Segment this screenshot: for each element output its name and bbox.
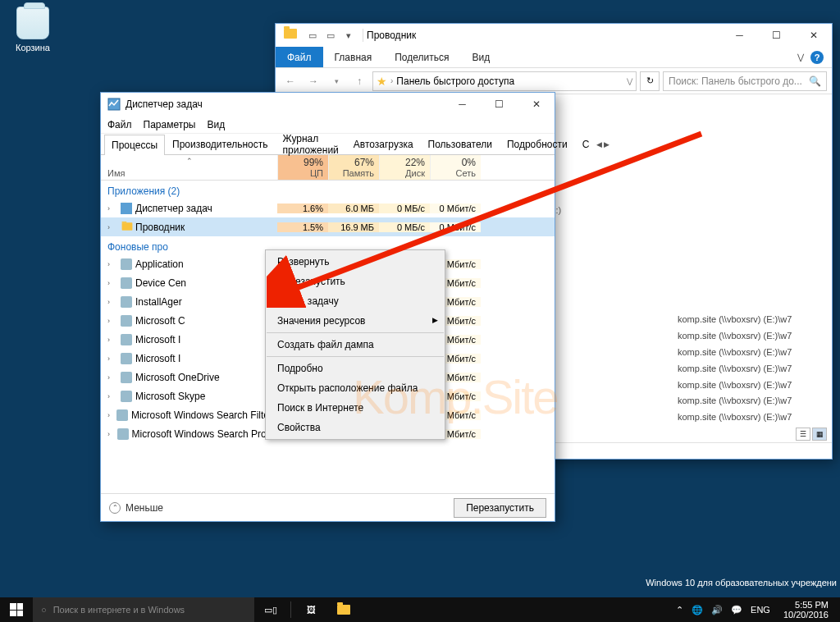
recent-item[interactable]: komp.site (\\vboxsrv) (E:)\w7 <box>678 393 792 409</box>
maximize-button[interactable]: ☐ <box>481 93 518 116</box>
col-name[interactable]: ⌃ Имя <box>101 155 277 180</box>
explorer-search[interactable]: Поиск: Панель быстрого до... 🔍 <box>663 71 827 91</box>
help-icon[interactable]: ? <box>810 51 824 64</box>
tab-users[interactable]: Пользователи <box>421 134 500 154</box>
ctx-create-dump[interactable]: Создать файл дампа <box>266 335 445 354</box>
ctx-restart[interactable]: Перезапустить <box>266 272 445 291</box>
qat-dropdown-icon[interactable]: ▾ <box>341 28 356 43</box>
expand-icon[interactable]: › <box>107 336 117 344</box>
process-icon <box>121 353 132 364</box>
tab-startup[interactable]: Автозагрузка <box>346 134 421 154</box>
minimize-button[interactable]: ─ <box>444 93 481 116</box>
view-tab[interactable]: Вид <box>460 47 501 67</box>
tab-scroll-left[interactable]: ◀ <box>596 140 602 149</box>
ctx-open-location[interactable]: Открыть расположение файла <box>266 378 445 398</box>
recent-dropdown[interactable]: ▾ <box>326 71 346 91</box>
clock[interactable]: 5:55 PM 10/20/2016 <box>778 600 833 620</box>
col-cpu[interactable]: 99% ЦП <box>277 155 328 180</box>
expand-icon[interactable]: › <box>107 317 117 325</box>
explorer-icon <box>284 29 297 42</box>
forward-button[interactable]: → <box>304 71 323 91</box>
recent-item[interactable]: komp.site (\\vboxsrv) (E:)\w7 <box>678 328 792 345</box>
tab-scroll-right[interactable]: ▶ <box>604 140 609 149</box>
expand-icon[interactable]: › <box>107 223 117 231</box>
recycle-bin[interactable]: Корзина <box>8 7 57 53</box>
network-icon[interactable]: 🌐 <box>692 605 703 615</box>
task-view-button[interactable]: ▭▯ <box>254 597 287 622</box>
expand-ribbon-icon[interactable]: ⋁ <box>797 53 804 62</box>
language-indicator[interactable]: ENG <box>751 605 770 615</box>
process-row[interactable]: ›Проводник 1.5% 16.9 МБ 0 МБ/с 0 Мбит/с <box>101 217 555 236</box>
expand-icon[interactable]: › <box>107 373 117 382</box>
tray-overflow-icon[interactable]: ⌃ <box>676 605 683 615</box>
expand-icon[interactable]: › <box>107 430 114 438</box>
volume-icon[interactable]: 🔊 <box>711 605 723 615</box>
breadcrumb[interactable]: ★ › Панель быстрого доступа ⋁ <box>372 71 637 91</box>
process-row[interactable]: ›Диспетчер задач 1.6% 6.0 МБ 0 МБ/с 0 Мб… <box>101 199 555 217</box>
col-memory[interactable]: 67% Память <box>328 155 379 180</box>
menu-view[interactable]: Вид <box>207 119 225 130</box>
ctx-properties[interactable]: Свойства <box>266 418 445 437</box>
process-icon <box>116 409 128 421</box>
tab-details[interactable]: Подробности <box>500 134 575 154</box>
breadcrumb-dropdown-icon[interactable]: ⋁ <box>627 77 632 85</box>
search-icon: 🔍 <box>809 75 821 87</box>
expand-icon[interactable]: › <box>107 260 117 268</box>
tab-performance[interactable]: Производительность <box>165 134 275 154</box>
taskbar-app[interactable]: 🖼 <box>294 597 327 622</box>
taskmgr-title: Диспетчер задач <box>126 98 203 110</box>
qat-new-folder-icon[interactable]: ▭ <box>323 28 338 43</box>
col-disk[interactable]: 22% Диск <box>379 155 430 180</box>
up-button[interactable]: ↑ <box>349 71 369 91</box>
icons-view-button[interactable]: ▦ <box>812 428 827 441</box>
explorer-titlebar[interactable]: ▭ ▭ ▾ Проводник ─ ☐ ✕ <box>276 24 832 47</box>
start-button[interactable] <box>0 597 33 622</box>
nav-bar: ← → ▾ ↑ ★ › Панель быстрого доступа ⋁ ↻ … <box>276 68 832 94</box>
expand-icon[interactable]: › <box>107 298 117 306</box>
recent-item[interactable]: komp.site (\\vboxsrv) (E:)\w7 <box>678 345 792 361</box>
recent-item[interactable]: komp.site (\\vboxsrv) (E:)\w7 <box>678 361 792 377</box>
taskbar-explorer[interactable] <box>327 597 360 622</box>
close-button[interactable]: ✕ <box>795 24 832 47</box>
share-tab[interactable]: Поделиться <box>383 47 460 67</box>
file-tab[interactable]: Файл <box>276 47 323 67</box>
recent-item[interactable]: komp.site (\\vboxsrv) (E:)\w7 <box>678 409 792 426</box>
menu-options[interactable]: Параметры <box>144 119 196 130</box>
home-tab[interactable]: Главная <box>323 47 384 67</box>
svg-rect-1 <box>121 203 132 214</box>
maximize-button[interactable]: ☐ <box>758 24 795 47</box>
expand-icon[interactable]: › <box>107 411 113 419</box>
expand-icon[interactable]: › <box>107 279 117 287</box>
view-toggle: ☰ ▦ <box>796 428 827 441</box>
ctx-resource-values[interactable]: Значения ресурсов▶ <box>266 311 445 331</box>
process-icon <box>121 258 132 270</box>
refresh-button[interactable]: ↻ <box>640 71 660 91</box>
menu-file[interactable]: Файл <box>107 119 132 130</box>
details-view-button[interactable]: ☰ <box>796 428 810 441</box>
ctx-go-details[interactable]: Подробно <box>266 359 445 378</box>
close-button[interactable]: ✕ <box>518 93 555 116</box>
restart-button[interactable]: Перезапустить <box>454 498 546 518</box>
minimize-button[interactable]: ─ <box>721 24 758 47</box>
cortana-search[interactable]: ○ Поиск в интернете и в Windows <box>33 597 254 622</box>
expand-icon[interactable]: › <box>107 354 117 363</box>
fewer-details-button[interactable]: ⌃ Меньше <box>109 502 163 514</box>
process-icon <box>121 277 132 289</box>
svg-rect-3 <box>121 277 132 289</box>
tab-app-history[interactable]: Журнал приложений <box>276 134 346 154</box>
recent-item[interactable]: komp.site (\\vboxsrv) (E:)\w7 <box>678 312 792 328</box>
qat-properties-icon[interactable]: ▭ <box>305 28 320 43</box>
ctx-end-task[interactable]: Снять задачу <box>266 291 445 311</box>
ctx-expand[interactable]: Развернуть <box>266 252 445 272</box>
tab-services[interactable]: С <box>575 134 597 154</box>
expand-icon[interactable]: › <box>107 392 117 400</box>
tab-processes[interactable]: Процессы <box>104 135 165 155</box>
expand-icon[interactable]: › <box>107 204 117 213</box>
back-button[interactable]: ← <box>281 71 300 91</box>
recent-item[interactable]: komp.site (\\vboxsrv) (E:)\w7 <box>678 377 792 394</box>
ctx-search-online[interactable]: Поиск в Интернете <box>266 398 445 418</box>
recycle-bin-icon <box>16 7 49 39</box>
taskmgr-titlebar[interactable]: Диспетчер задач ─ ☐ ✕ <box>101 93 555 116</box>
col-network[interactable]: 0% Сеть <box>430 155 481 180</box>
notifications-icon[interactable]: 💬 <box>731 605 742 615</box>
